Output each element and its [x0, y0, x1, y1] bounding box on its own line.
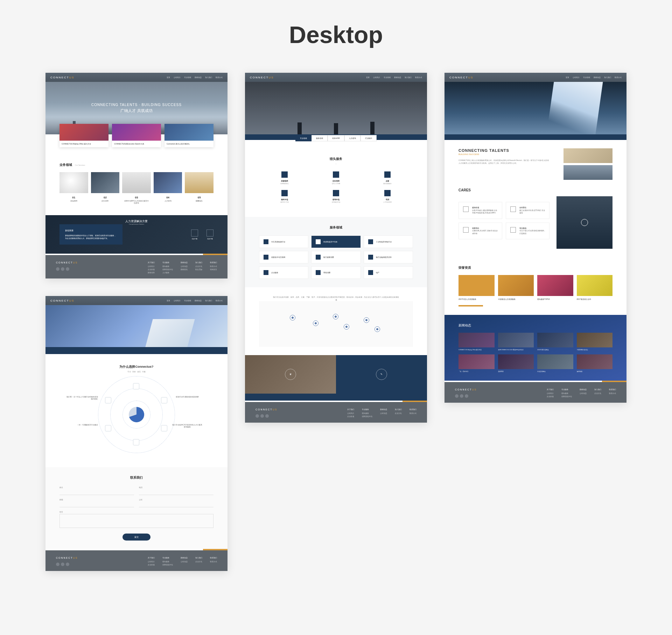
award-item[interactable]: 2017最佳雇主合作	[577, 275, 613, 300]
orbit-icon	[161, 397, 167, 403]
service-icon-item[interactable]: 咨询外包咨询服务外包	[318, 190, 354, 203]
social-icon[interactable]	[56, 267, 59, 271]
hr-banner: 人力资源解决方案 Comprehensive Solution 新招简章 新锐招…	[46, 215, 227, 254]
service-icon-item[interactable]: 高管猎聘猎聘高级职位	[267, 171, 302, 184]
social-icon[interactable]	[66, 267, 69, 271]
nav-item[interactable]: 新闻动态	[195, 76, 202, 78]
medal-icon: ♛	[285, 369, 296, 380]
company-field[interactable]: 公司	[139, 499, 214, 507]
tab[interactable]: 行业顾问	[360, 135, 377, 141]
featured-card[interactable]: CONNECTUS Beijing Office 盛大开业	[59, 124, 108, 147]
submit-button[interactable]: 提交	[122, 534, 150, 541]
about-image	[564, 148, 612, 163]
tab[interactable]: 高管A/HR	[328, 135, 344, 141]
email-field[interactable]: 邮箱	[59, 499, 134, 507]
featured-cards: CONNECTUS Beijing Office 盛大开业 CONNECTUS获…	[59, 124, 214, 147]
value-card: 专注致远专注于核心行业及领域,深耕细作,打造最佳	[506, 223, 550, 240]
industry-card[interactable]: 汽车及新能源行业	[259, 235, 308, 248]
contact-heading: 联系我们	[59, 475, 214, 480]
message-field[interactable]: 留言	[59, 511, 214, 528]
footer: CONNECTUS 关于我们公司简介企业价值 专业服务猎头服务招聘流程外包 新闻…	[444, 382, 626, 403]
industry-card[interactable]: 地产	[364, 266, 413, 279]
news-section: 新闻动态 CONNECTUS Beijing Office盛大开业 获评CONN…	[444, 315, 626, 381]
hero-image	[444, 82, 626, 134]
footer-nav: 关于我们公司简介企业价值荣誉资质 专业服务猎头服务招聘流程外包人才服务 新闻动态…	[148, 261, 217, 274]
header: CONNECTUS 首页公司简介专业领域新闻动态加入我们联系方式	[46, 296, 227, 305]
play-icon	[581, 219, 588, 226]
name-field[interactable]: 姓名	[59, 486, 134, 495]
cta-enterprise[interactable]: ✎	[336, 355, 427, 394]
header: CONNECTUS 首页公司简介专业领域新闻动态加入我们联系方式	[245, 73, 427, 82]
service-icon-item[interactable]: 培训人才培训发展	[370, 190, 405, 203]
news-card[interactable]: 年度招聘行业论坛	[577, 333, 613, 351]
cta-talent[interactable]: ♛	[245, 355, 336, 394]
nav-item[interactable]: 加入我们	[205, 76, 212, 78]
tab[interactable]: 服务领域	[312, 135, 328, 141]
service-item[interactable]: 03招聘外包RPO人力资源方案及外包咨询	[122, 172, 151, 207]
news-card[interactable]: CONNECTUS Beijing Office盛大开业	[458, 333, 495, 351]
mockup-homepage: CONNECTUS 首页 公司简介 专业领域 新闻动态 加入我们 联系方式 CO…	[46, 73, 227, 278]
video-thumbnail[interactable]	[556, 196, 612, 249]
award-item[interactable]: 2017年度人力资源服务	[458, 275, 495, 300]
map-marker	[333, 314, 338, 319]
news-card[interactable]: 品牌荣誉	[498, 354, 534, 373]
industry-card[interactable]: 工业制造及智能行业	[364, 235, 413, 248]
map-marker	[313, 320, 318, 326]
news-card[interactable]: 2018年度行业峰会	[537, 333, 573, 351]
service-item[interactable]: 01高端猎聘	[59, 172, 88, 207]
focus-icon	[510, 227, 516, 233]
award-item[interactable]: 中国最佳人力资源服务	[498, 275, 534, 300]
industry-card[interactable]: 银行金融保险及资管	[364, 251, 413, 263]
nav-item[interactable]: 首页	[167, 76, 170, 78]
mockup-about: CONNECTUS 首页公司简介专业领域新闻动态加入我们联系方式 CONNECT…	[444, 73, 626, 403]
value-card: 提供价值以客户为核心,通过猎聘服务主动为客户创造价值,共筑成功RPO	[458, 202, 502, 219]
orbit-icon	[133, 439, 139, 445]
cares-heading: CARES	[458, 188, 612, 192]
industry-card[interactable]: 零售消费	[311, 266, 360, 279]
news-card[interactable]: 媒体报道	[577, 354, 613, 373]
service-item[interactable]: 05薪酬报告	[185, 172, 214, 207]
logo[interactable]: CONNECTUS	[50, 299, 75, 302]
social-icon[interactable]	[61, 267, 64, 271]
nav-item[interactable]: 专业领域	[184, 76, 191, 78]
service-icon-item[interactable]: 定向招聘定向人才招募	[318, 171, 354, 184]
download-icon[interactable]	[206, 230, 214, 237]
about-image	[564, 165, 612, 180]
orbit-icon	[133, 383, 139, 389]
tab[interactable]: 人力咨询	[344, 135, 360, 141]
tab-bar: 专业领域 服务领域 高管A/HR 人力咨询 行业顾问	[245, 135, 427, 141]
main-nav: 首页 公司简介 专业领域 新闻动态 加入我们 联系方式	[167, 76, 223, 78]
featured-card[interactable]: CONNECTUS获Executive Search大奖	[112, 124, 161, 147]
info-box: 新招简章 新锐招聘依托创新技术结合人工智能、资深行业洞见与专业服务，为企业招募最…	[59, 224, 122, 245]
hero-image	[245, 82, 427, 134]
edit-icon: ✎	[376, 369, 387, 380]
download-icon[interactable]	[191, 230, 198, 237]
news-card[interactable]: 行业交流峰会	[537, 354, 573, 373]
tab[interactable]: 专业领域	[295, 135, 312, 141]
value-card: 合作责任建立长期伙伴关系,信守承诺,专业诚信	[506, 202, 550, 219]
industry-card[interactable]: 高新技术与互联网	[259, 251, 308, 263]
cta-banner: ♛ ✎	[245, 355, 427, 394]
service-item[interactable]: 02定向招聘	[91, 172, 120, 207]
logo[interactable]: CONNECTUS	[250, 76, 274, 79]
map-marker	[364, 317, 369, 323]
handshake-icon	[510, 206, 516, 212]
featured-card[interactable]: ConnectUs 新办公室开幕典礼	[164, 124, 214, 147]
logo[interactable]: CONNECTUS	[50, 76, 75, 79]
logo[interactable]: CONNECTUS	[449, 76, 474, 79]
service-item[interactable]: 04人力咨询	[154, 172, 182, 207]
nav-item[interactable]: 公司简介	[174, 76, 181, 78]
news-card[interactable]: 获评CONNECTUS 2017最佳HR合作伙伴	[498, 333, 534, 351]
industry-card[interactable]: 医疗健康消费	[311, 251, 360, 263]
service-icon-item[interactable]: 企薪团队组建服务	[370, 171, 405, 184]
hero-tagline-cn: 广纳人才 共筑成功	[91, 108, 182, 113]
news-card[interactable]: 「说」栏目专访	[458, 354, 495, 373]
world-map	[259, 301, 413, 347]
phone-field[interactable]: 电话	[139, 486, 214, 495]
hero-tagline-en: CONNECTING TALENTS · BUILDING SUCCESS	[91, 103, 182, 107]
industry-card[interactable]: 企业服务	[259, 266, 308, 279]
nav-item[interactable]: 联系方式	[216, 76, 223, 78]
service-icon-item[interactable]: 临时外包临时用工方案	[267, 190, 302, 203]
award-item[interactable]: 猎头服务TOP10	[537, 275, 573, 300]
industry-card[interactable]: 科技制造及半导体	[311, 235, 360, 248]
